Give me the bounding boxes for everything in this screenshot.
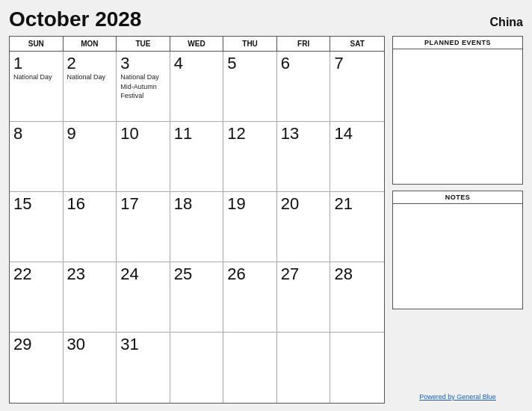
date-number: 13 [281,125,327,143]
powered-by: Powered by General Blue [392,390,523,404]
calendar: SUNMONTUEWEDTHUFRISAT 1National Day2Nati… [9,36,385,404]
calendar-cell: 10 [117,122,170,192]
day-header: SAT [330,37,384,51]
calendar-cell: 28 [330,262,384,333]
calendar-cell: 31 [117,333,170,403]
calendar-cell: 30 [64,333,117,403]
date-number: 15 [13,195,59,213]
main-area: SUNMONTUEWEDTHUFRISAT 1National Day2Nati… [9,36,523,404]
date-number: 11 [174,125,220,143]
day-header: FRI [277,37,331,51]
calendar-cell [170,333,224,403]
month-title: October 2028 [9,7,141,31]
date-number: 26 [227,265,273,283]
calendar-cell: 15 [10,192,64,262]
date-number: 29 [13,336,59,353]
date-number: 22 [13,265,59,283]
day-header: THU [223,37,277,51]
calendar-cell [330,333,384,403]
date-number: 30 [67,336,113,353]
calendar-cell: 9 [64,122,117,192]
date-number: 4 [174,55,220,72]
calendar-cell: 19 [223,192,277,262]
calendar-cell [277,333,331,403]
date-number: 23 [67,265,113,283]
page: October 2028 China SUNMONTUEWEDTHUFRISAT… [0,0,532,411]
date-number: 6 [281,55,327,72]
date-number: 27 [281,265,327,283]
calendar-cell: 17 [117,192,170,262]
event-label: National Day [67,73,113,82]
calendar-cell: 22 [10,262,64,333]
date-number: 20 [281,195,327,213]
calendar-cell: 11 [170,122,224,192]
day-headers: SUNMONTUEWEDTHUFRISAT [10,37,384,52]
date-number: 18 [174,195,220,213]
date-number: 17 [120,195,166,213]
calendar-cell: 1National Day [10,52,64,122]
calendar-cell: 2National Day [64,52,117,122]
date-number: 24 [120,265,166,283]
date-number: 21 [334,195,380,213]
date-number: 12 [227,125,273,143]
date-number: 31 [120,336,166,353]
day-header: SUN [10,37,64,51]
powered-by-link[interactable]: Powered by General Blue [419,393,496,401]
calendar-cell: 8 [10,122,64,192]
planned-events-box: PLANNED EVENTS [392,36,523,185]
date-number: 1 [13,55,59,72]
date-number: 7 [334,55,380,72]
date-number: 28 [334,265,380,283]
date-number: 25 [174,265,220,283]
calendar-cell: 29 [10,333,64,403]
calendar-cell: 4 [170,52,224,122]
calendar-cell: 27 [277,262,331,333]
calendar-cell: 26 [223,262,277,333]
date-number: 16 [67,195,113,213]
event-label: National Day [13,73,59,82]
calendar-cell: 13 [277,122,331,192]
event-label: National Day [120,73,166,82]
calendar-cell [223,333,277,403]
calendar-cell: 14 [330,122,384,192]
date-number: 3 [120,55,166,72]
calendar-cell: 24 [117,262,170,333]
date-number: 5 [227,55,273,72]
calendar-cell: 20 [277,192,331,262]
notes-title: NOTES [393,191,522,204]
calendar-cell: 25 [170,262,224,333]
calendar-cell: 6 [277,52,331,122]
calendar-cell: 5 [223,52,277,122]
country-title: China [490,16,523,29]
calendar-cell: 12 [223,122,277,192]
calendar-cell: 16 [64,192,117,262]
calendar-grid: 1National Day2National Day3National DayM… [10,52,384,403]
day-header: MON [64,37,117,51]
calendar-cell: 3National DayMid-Autumn Festival [117,52,170,122]
date-number: 19 [227,195,273,213]
sidebar: PLANNED EVENTS NOTES Powered by General … [392,36,523,404]
calendar-cell: 7 [330,52,384,122]
calendar-cell: 23 [64,262,117,333]
event-label: Mid-Autumn Festival [120,83,166,100]
planned-events-content [393,49,522,184]
day-header: TUE [117,37,170,51]
date-number: 14 [334,125,380,143]
date-number: 2 [67,55,113,72]
notes-box: NOTES [392,191,523,309]
planned-events-title: PLANNED EVENTS [393,37,522,49]
date-number: 8 [13,125,59,143]
header: October 2028 China [9,7,523,31]
day-header: WED [170,37,224,51]
calendar-cell: 18 [170,192,224,262]
date-number: 9 [67,125,113,143]
notes-content [393,204,522,309]
calendar-cell: 21 [330,192,384,262]
date-number: 10 [120,125,166,143]
